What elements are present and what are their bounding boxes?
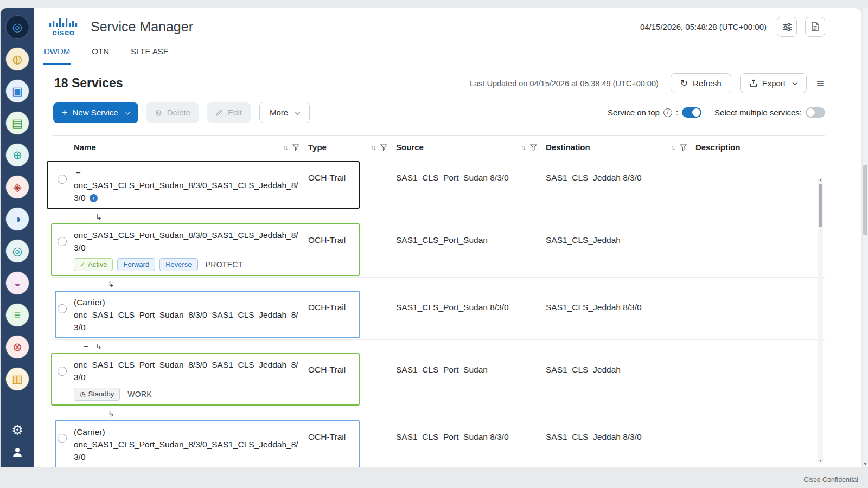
filter-icon[interactable] — [380, 144, 387, 151]
export-label: Export — [762, 79, 786, 88]
page-scrollbar[interactable]: ▼ — [863, 8, 868, 467]
export-button[interactable]: Export — [740, 73, 807, 93]
report-button[interactable] — [805, 17, 825, 37]
tab-slte-ase[interactable]: SLTE ASE — [130, 42, 170, 65]
page-scrollbar-thumb[interactable] — [863, 165, 867, 235]
chevron-down-icon — [295, 109, 301, 114]
row-radio[interactable] — [58, 237, 67, 246]
service-name[interactable]: onc_SAS1_CLS_Port_Sudan_8/3/0_SAS1_CLS_J… — [74, 181, 298, 202]
inventory-icon[interactable]: ≡ — [6, 304, 29, 326]
service-source: SAS1_CLS_Port_Sudan — [396, 226, 546, 245]
row-radio[interactable] — [58, 434, 67, 443]
delete-label: Delete — [167, 108, 190, 117]
service-name[interactable]: onc_SAS1_CLS_Port_Sudan_8/3/0_SAS1_CLS_J… — [74, 230, 298, 252]
scroll-up-icon[interactable]: ▲ — [819, 177, 822, 183]
colon-label: : — [676, 108, 678, 117]
collapse-icon[interactable]: − — [74, 166, 82, 179]
service-destination: SAS1_CLS_Jeddah 8/3/0 — [546, 164, 695, 183]
row-radio[interactable] — [58, 367, 67, 376]
sort-icon[interactable]: ↑↓ — [521, 144, 525, 151]
more-button[interactable]: More — [259, 102, 310, 123]
service-type: OCH-Trail — [308, 293, 396, 312]
row-radio[interactable] — [58, 175, 67, 184]
branch-arrow-icon: ↳ — [95, 342, 102, 351]
role-tag: WORK — [127, 388, 152, 401]
document-icon — [811, 22, 819, 31]
import-export-icon[interactable]: ▣ — [6, 80, 29, 102]
filter-icon[interactable] — [292, 144, 299, 151]
table-row[interactable]: (Carrier) onc_SAS1_CLS_Port_Sudan_8/3/0_… — [52, 290, 825, 340]
select-multiple-toggle[interactable] — [806, 107, 825, 118]
table-row[interactable]: −onc_SAS1_CLS_Port_Sudan_8/3/0_SAS1_CLS_… — [52, 160, 825, 210]
column-header-destination: Destination↑↓ — [546, 143, 695, 152]
settings-gear-icon[interactable]: ⚙ — [11, 423, 23, 436]
table-row[interactable]: onc_SAS1_CLS_Port_Sudan_8/3/0_SAS1_CLS_J… — [52, 223, 825, 278]
service-source: SAS1_CLS_Port_Sudan 8/3/0 — [396, 164, 546, 183]
scrollbar-thumb[interactable] — [819, 184, 822, 227]
filter-icon[interactable] — [680, 144, 687, 151]
service-on-top-group: Service on top i : — [608, 107, 701, 118]
service-destination: SAS1_CLS_Jeddah — [546, 356, 695, 375]
display-settings-button[interactable] — [777, 17, 797, 37]
tokens-icon[interactable]: ◍ — [6, 48, 29, 70]
chevron-down-icon — [125, 109, 130, 114]
clock-icon: ◷ — [80, 391, 85, 397]
last-updated-label: Last Updated on 04/15/2026 at 05:38:49 (… — [470, 79, 659, 88]
service-name[interactable]: (Carrier) onc_SAS1_CLS_Port_Sudan_8/3/0_… — [74, 427, 298, 461]
service-source: SAS1_CLS_Port_Sudan 8/3/0 — [396, 423, 546, 442]
pencil-icon — [215, 109, 223, 117]
service-name[interactable]: (Carrier) onc_SAS1_CLS_Port_Sudan_8/3/0_… — [74, 298, 298, 332]
new-service-button[interactable]: + New Service — [53, 102, 138, 123]
topology-icon[interactable]: ◈ — [6, 176, 29, 198]
service-name[interactable]: onc_SAS1_CLS_Port_Sudan_8/3/0_SAS1_CLS_J… — [74, 360, 298, 382]
hamburger-menu-button[interactable]: ≡ — [815, 76, 825, 91]
provisioning-icon[interactable]: ⊕ — [6, 144, 29, 166]
collapse-icon[interactable]: − — [84, 213, 88, 221]
sort-icon[interactable]: ↑↓ — [371, 144, 375, 151]
column-header-source: Source↑↓ — [396, 143, 546, 152]
tab-otn[interactable]: OTN — [91, 42, 110, 65]
topbar-right: 04/15/2026, 05:48:28 (UTC+00:00) — [640, 17, 825, 37]
collapse-icon[interactable]: − — [84, 342, 88, 351]
sort-icon[interactable]: ↑↓ — [283, 144, 287, 151]
status-badge: ✓Active — [74, 258, 113, 271]
edit-button[interactable]: Edit — [207, 102, 251, 123]
tab-dwdm[interactable]: DWDM — [43, 42, 71, 65]
column-header-name: Name↑↓ — [74, 143, 308, 152]
filter-icon[interactable] — [530, 144, 537, 151]
scroll-down-icon[interactable]: ▼ — [819, 458, 822, 464]
more-label: More — [270, 108, 288, 117]
performance-icon[interactable]: ◑ — [6, 208, 29, 230]
diagnostics-icon[interactable]: ⊗ — [6, 336, 29, 358]
refresh-button[interactable]: ↻ Refresh — [671, 73, 731, 93]
page-scroll-down-icon[interactable]: ▼ — [864, 461, 867, 467]
row-radio[interactable] — [58, 304, 67, 313]
table-row[interactable]: onc_SAS1_CLS_Port_Sudan_8/3/0_SAS1_CLS_J… — [52, 352, 825, 407]
delete-button[interactable]: Delete — [146, 102, 199, 123]
sort-icon[interactable]: ↑↓ — [671, 144, 674, 151]
status-badge: Reverse — [159, 258, 197, 271]
info-icon[interactable]: i — [663, 108, 672, 117]
services-table: Name↑↓Type↑↓Source↑↓Destination↑↓Descrip… — [34, 129, 861, 467]
info-icon[interactable]: i — [90, 194, 98, 202]
service-description — [695, 293, 825, 303]
new-service-label: New Service — [73, 108, 118, 117]
storage-icon[interactable]: ▥ — [6, 368, 29, 390]
app-logo-icon[interactable]: ◎ — [6, 16, 29, 38]
table-row[interactable]: (Carrier) onc_SAS1_CLS_Port_Sudan_8/3/0_… — [52, 420, 825, 467]
cisco-logo: cisco — [49, 18, 78, 36]
actions-toolbar: + New Service Delete Edit More — [34, 95, 861, 129]
documents-icon[interactable]: ▤ — [6, 112, 29, 134]
refresh-label: Refresh — [693, 79, 722, 88]
cisco-logo-bars — [49, 18, 78, 27]
monitoring-icon[interactable]: ◎ — [6, 240, 29, 262]
tab-bar: DWDMOTNSLTE ASE — [34, 41, 861, 65]
services-count: 18 Services — [54, 76, 123, 91]
select-multiple-group: Select multiple services: — [714, 107, 825, 118]
refresh-icon: ↻ — [680, 79, 688, 88]
table-scrollbar[interactable]: ▲ ▼ — [818, 177, 823, 464]
service-on-top-toggle[interactable] — [682, 107, 701, 118]
media-icon[interactable]: ◒ — [6, 272, 29, 294]
user-profile-icon[interactable] — [11, 446, 23, 460]
status-badge: ◷Standby — [74, 388, 120, 401]
